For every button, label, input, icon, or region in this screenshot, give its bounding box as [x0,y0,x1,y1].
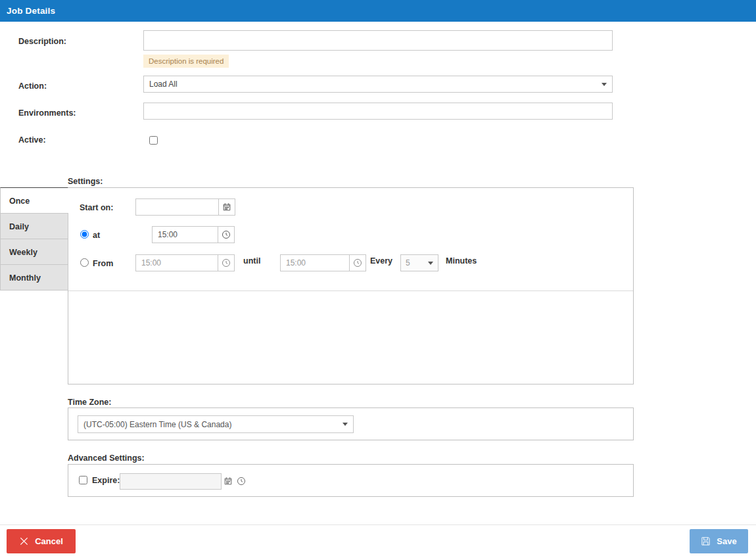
start-on-group [135,198,235,216]
settings-label: Settings: [68,177,103,186]
every-minutes-value: 5 [406,258,410,267]
expire-label: Expire: [92,476,120,485]
at-radio[interactable] [80,230,89,239]
chevron-down-icon [428,262,433,265]
expire-clock-button[interactable] [235,473,248,490]
environments-label: Environments: [18,108,76,118]
clock-icon [222,230,231,239]
expire-group [120,473,248,490]
chevron-down-icon [602,83,607,86]
job-details-page: Job Details Description: Description is … [0,0,756,558]
until-time-clock-button[interactable] [349,254,366,271]
close-icon [19,536,29,546]
footer-divider [0,524,756,525]
until-time-group [280,254,366,271]
settings-tabs: Once Daily Weekly Monthly [0,187,68,291]
from-time-clock-button[interactable] [218,254,235,271]
tab-monthly[interactable]: Monthly [0,264,68,291]
action-dropdown-value: Load All [149,80,177,89]
calendar-icon [222,202,231,212]
clock-icon [237,477,246,486]
every-label: Every [370,256,392,266]
start-on-label: Start on: [80,203,113,212]
minutes-label: Minutes [446,256,477,266]
until-time-input[interactable] [280,254,349,271]
timezone-dropdown[interactable]: (UTC-05:00) Eastern Time (US & Canada) [78,415,354,433]
at-label: at [93,231,100,240]
at-time-group [152,226,235,243]
from-time-group [135,254,235,271]
active-label: Active: [18,135,46,145]
description-error: Description is required [143,55,229,68]
environments-input[interactable] [143,103,613,120]
at-time-clock-button[interactable] [218,226,235,243]
tab-once[interactable]: Once [0,187,68,214]
every-minutes-dropdown[interactable]: 5 [400,254,438,271]
clock-icon [222,258,231,267]
description-label: Description: [18,37,66,46]
tab-daily[interactable]: Daily [0,213,68,239]
action-label: Action: [18,81,47,91]
clock-icon [353,258,362,267]
from-radio[interactable] [80,258,89,267]
expire-checkbox[interactable] [79,476,87,484]
page-title: Job Details [7,6,55,16]
tab-weekly[interactable]: Weekly [0,239,68,265]
save-button-label: Save [717,536,736,546]
advanced-settings-label: Advanced Settings: [68,453,145,463]
timezone-label: Time Zone: [68,398,111,407]
start-on-input[interactable] [135,198,218,216]
description-input[interactable] [143,30,613,51]
active-checkbox[interactable] [149,136,158,145]
calendar-icon [224,477,233,486]
from-time-input[interactable] [135,254,218,271]
until-label: until [243,256,260,266]
save-icon [701,536,711,546]
action-dropdown[interactable]: Load All [143,76,613,93]
titlebar: Job Details [0,0,756,22]
expire-calendar-button[interactable] [222,473,235,490]
start-on-calendar-button[interactable] [218,198,235,216]
cancel-button[interactable]: Cancel [7,529,76,553]
from-label: From [93,259,113,268]
save-button[interactable]: Save [690,529,748,553]
cancel-button-label: Cancel [35,536,63,546]
expire-input[interactable] [120,473,222,490]
at-time-input[interactable] [152,226,218,243]
timezone-dropdown-value: (UTC-05:00) Eastern Time (US & Canada) [83,420,231,429]
timezone-panel: (UTC-05:00) Eastern Time (US & Canada) [68,407,634,440]
panel-divider [68,291,633,291]
advanced-settings-panel: Expire: [68,464,634,497]
settings-panel: Start on: at From [68,187,634,384]
chevron-down-icon [343,423,348,426]
